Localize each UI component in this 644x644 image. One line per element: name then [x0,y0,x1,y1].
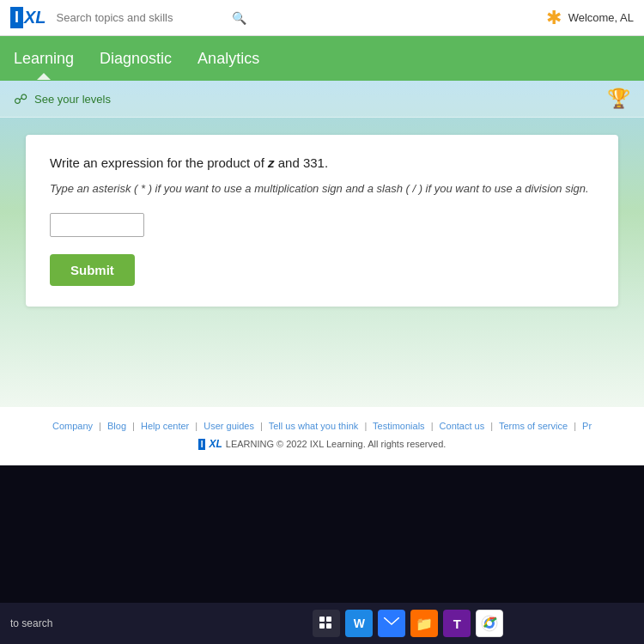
taskbar-search-label: to search [10,617,52,629]
search-input[interactable] [57,11,228,24]
footer-link-feedback[interactable]: Tell us what you think [269,421,359,431]
question-hint: Type an asterisk ( * ) if you want to us… [50,180,594,197]
footer-link-pr[interactable]: Pr [582,421,592,431]
taskbar-icon-files[interactable]: 📁 [410,610,438,637]
search-bar[interactable]: 🔍 [57,11,546,25]
nav-item-learning[interactable]: Learning [14,38,74,80]
submit-button[interactable]: Submit [50,254,135,286]
footer-link-userguides[interactable]: User guides [204,421,254,431]
question-title: Write an expression for the product of z… [50,155,594,170]
svg-point-7 [487,621,492,626]
footer-link-blog[interactable]: Blog [107,421,126,431]
taskbar-icon-taskview[interactable] [313,610,340,637]
nav-item-diagnostic[interactable]: Diagnostic [100,38,172,80]
svg-rect-0 [319,617,325,622]
nav-item-analytics[interactable]: Analytics [197,38,259,80]
taskbar: to search W 📁 T [0,603,644,644]
footer-link-terms[interactable]: Terms of service [499,421,568,431]
footer-copyright: LEARNING © 2022 IXL Learning. All rights… [226,439,447,449]
taskbar-icons: W 📁 T [313,610,503,637]
footer-links: Company | Blog | Help center | User guid… [0,407,644,453]
search-icon: 🔍 [232,11,246,25]
footer-link-helpcenter[interactable]: Help center [141,421,189,431]
svg-rect-1 [326,617,331,622]
dark-bottom [0,465,644,603]
taskbar-icon-mail[interactable] [378,610,405,637]
footer-link-testimonials[interactable]: Testimonials [373,421,425,431]
footer-link-company[interactable]: Company [52,421,93,431]
taskbar-icon-chrome[interactable] [476,610,503,637]
logo-i: I [10,7,23,28]
top-bar: I XL 🔍 ✱ Welcome, AL [0,0,644,36]
taskbar-icon-teams[interactable]: T [443,610,471,637]
welcome-text: Welcome, AL [568,11,634,24]
svg-rect-3 [326,623,331,629]
footer-logo-i: I [198,439,206,450]
logo-xl: XL [24,8,46,27]
svg-rect-2 [319,623,325,629]
logo[interactable]: I XL [10,7,46,28]
taskbar-icon-office[interactable]: W [345,610,373,637]
answer-input[interactable] [50,213,144,237]
footer-logo-xl: XL [209,438,222,450]
welcome-area: ✱ Welcome, AL [546,7,634,29]
levels-text: See your levels [34,93,111,106]
levels-bar[interactable]: ☍ See your levels 🏆 [0,81,644,118]
trophy-icon: 🏆 [607,88,630,110]
footer-links-row: Company | Blog | Help center | User guid… [0,421,644,431]
levels-icon: ☍ [14,91,27,107]
footer-link-contact[interactable]: Contact us [440,421,485,431]
question-card: Write an expression for the product of z… [26,135,618,307]
star-icon: ✱ [546,7,562,29]
content-area: ☍ See your levels 🏆 Write an expression … [0,81,644,407]
main-nav: Learning Diagnostic Analytics [0,36,644,81]
footer-brand: I XL LEARNING © 2022 IXL Learning. All r… [0,438,644,450]
